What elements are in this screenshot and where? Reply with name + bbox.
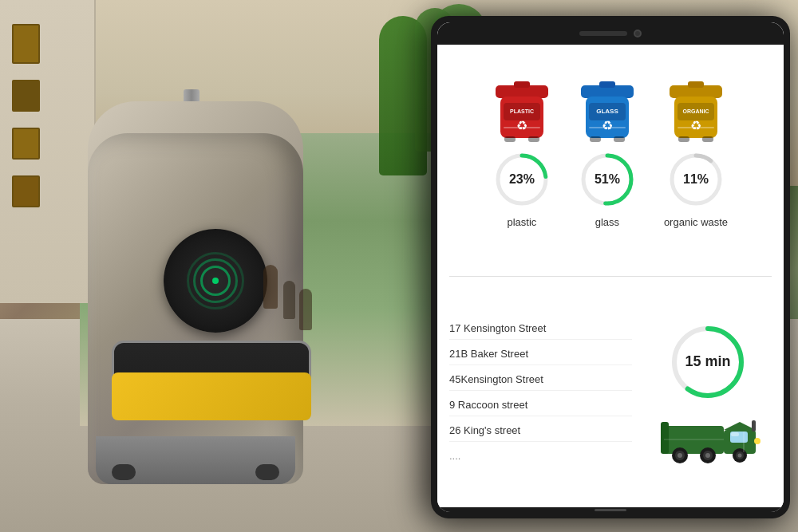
svg-rect-12	[599, 81, 615, 88]
glass-label: glass	[595, 216, 619, 228]
bin-item-plastic: PLASTIC ♻	[493, 81, 551, 228]
svg-point-48	[738, 453, 742, 457]
bin-item-glass: GLASS ♻ 51% glass	[579, 81, 636, 228]
garbage-truck-icon	[660, 414, 756, 462]
svg-rect-29	[702, 136, 713, 142]
tablet-topbar	[437, 22, 784, 45]
glass-progress: 51%	[579, 151, 636, 208]
svg-point-49	[754, 438, 760, 444]
organic-bin-icon: ORGANIC ♻	[668, 81, 724, 143]
svg-rect-6	[504, 136, 516, 142]
svg-rect-17	[590, 136, 601, 142]
svg-rect-52	[752, 420, 756, 432]
address-item-1: 21B Baker Street	[449, 343, 632, 365]
svg-rect-19	[589, 127, 626, 128]
tablet-bottom-bar	[437, 507, 784, 512]
tablet-camera	[634, 30, 642, 37]
glass-percent: 51%	[595, 172, 620, 187]
smart-bin	[72, 101, 319, 484]
wifi-dot	[212, 278, 219, 284]
glass-bin-icon: GLASS ♻	[579, 81, 635, 143]
address-item-more: ....	[449, 445, 632, 467]
svg-rect-30	[678, 127, 714, 128]
timer-value: 15 min	[685, 353, 730, 370]
home-indicator	[595, 509, 626, 511]
plastic-percent: 23%	[509, 172, 535, 187]
person-3	[299, 289, 312, 330]
svg-point-42	[678, 453, 682, 458]
svg-text:♻: ♻	[602, 119, 613, 132]
right-panel: 15 min	[644, 289, 772, 496]
svg-point-45	[705, 453, 710, 458]
svg-text:PLASTIC: PLASTIC	[510, 108, 534, 114]
svg-rect-8	[504, 127, 540, 128]
organic-label: organic waste	[664, 216, 728, 228]
address-list: 17 Kensington Street 21B Baker Street 45…	[449, 289, 632, 496]
bin-wheel-right	[255, 464, 279, 480]
bin-base	[96, 436, 295, 484]
svg-rect-18	[614, 136, 625, 142]
svg-text:♻: ♻	[516, 119, 527, 132]
person-2	[283, 281, 295, 319]
plastic-label: plastic	[507, 216, 536, 228]
timer-circle: 15 min	[668, 322, 748, 402]
plastic-progress: 23%	[493, 151, 551, 208]
person-1	[263, 265, 278, 309]
svg-text:ORGANIC: ORGANIC	[682, 108, 709, 114]
address-item-2: 45Kensington Street	[449, 368, 632, 391]
bin-item-organic: ORGANIC ♻ 11% org	[664, 81, 728, 228]
screen-lower: 17 Kensington Street 21B Baker Street 45…	[437, 277, 784, 508]
address-item-4: 26 King's street	[449, 420, 632, 442]
tablet-screen: PLASTIC ♻	[437, 22, 784, 512]
bin-sensor	[164, 229, 267, 333]
organic-progress: 11%	[667, 151, 725, 208]
address-item-3: 9 Raccoon street	[449, 394, 632, 416]
plastic-bin-icon: PLASTIC ♻	[494, 81, 550, 143]
tablet-device: PLASTIC ♻	[431, 16, 790, 518]
bin-wheel-left	[112, 464, 136, 480]
svg-rect-23	[688, 81, 704, 88]
svg-rect-1	[514, 81, 530, 88]
svg-text:GLASS: GLASS	[596, 108, 618, 115]
address-item-0: 17 Kensington Street	[449, 317, 632, 340]
wifi-rings	[184, 249, 247, 313]
bin-yellow-panel	[112, 372, 311, 420]
svg-rect-28	[678, 136, 689, 142]
svg-text:♻: ♻	[690, 119, 701, 132]
bin-body	[88, 133, 303, 484]
svg-rect-38	[731, 432, 739, 436]
svg-rect-7	[528, 136, 539, 142]
screen-upper: PLASTIC ♻	[437, 45, 784, 276]
tablet-speaker	[579, 31, 627, 36]
organic-percent: 11%	[683, 172, 709, 187]
svg-rect-39	[661, 422, 669, 454]
bins-row: PLASTIC ♻	[493, 81, 728, 228]
